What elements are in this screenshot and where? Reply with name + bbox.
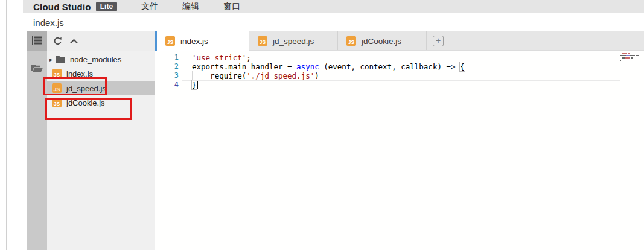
- app-logo: Cloud Studio: [33, 2, 91, 12]
- tab-bar: JS index.js JS jd_speed.js JS jdCookie.j…: [155, 31, 644, 51]
- workbench-body: ▸ node_modules JS index.js JS jd_speed.j…: [23, 31, 644, 250]
- line-number: 1: [155, 53, 182, 62]
- js-file-icon: JS: [346, 36, 356, 46]
- line-number-gutter: 1 2 3 4: [155, 51, 182, 250]
- tab-label: jd_speed.js: [273, 37, 314, 46]
- annotation-box-jdcookie: [45, 98, 132, 120]
- new-tab-button[interactable]: +: [433, 36, 444, 46]
- menu-edit[interactable]: 编辑: [182, 1, 199, 12]
- matched-bracket: {: [459, 62, 465, 72]
- minimap-line: [620, 53, 640, 54]
- tree-item-node-modules[interactable]: ▸ node_modules: [47, 52, 155, 66]
- text-cursor: [197, 81, 199, 89]
- code-line-2: exports.main_handler = async (event, con…: [182, 62, 644, 71]
- menu-window[interactable]: 窗口: [223, 1, 240, 12]
- menu-file[interactable]: 文件: [141, 1, 158, 12]
- minimap-line: [620, 60, 640, 61]
- breadcrumb-filename[interactable]: index.js: [33, 18, 64, 28]
- minimap[interactable]: [620, 53, 640, 62]
- line-number: 3: [155, 71, 182, 80]
- tab-jdcookie-js[interactable]: JS jdCookie.js: [338, 31, 427, 51]
- editor-group: JS index.js JS jd_speed.js JS jdCookie.j…: [155, 31, 644, 250]
- code-token: 'use strict': [192, 53, 246, 62]
- list-tree-icon: [32, 36, 42, 47]
- chevron-right-icon[interactable]: ▸: [49, 56, 56, 63]
- lite-badge: Lite: [96, 2, 117, 11]
- indent-guide: [192, 71, 193, 80]
- cloud-studio-app: Cloud Studio Lite 文件 编辑 窗口 index.js: [23, 0, 644, 250]
- tab-jd-speed-js[interactable]: JS jd_speed.js: [249, 31, 338, 51]
- menu-bar: Cloud Studio Lite 文件 编辑 窗口: [23, 0, 644, 13]
- js-file-icon: JS: [258, 36, 267, 46]
- code-token: './jd_speed.js': [246, 71, 314, 80]
- code-line-3: require('./jd_speed.js'): [182, 71, 644, 80]
- code-area[interactable]: 'use strict'; exports.main_handler = asy…: [182, 51, 644, 250]
- new-tab-wrap: +: [433, 31, 444, 51]
- code-token: require(: [192, 71, 246, 80]
- refresh-icon[interactable]: [53, 37, 62, 46]
- code-line-1: 'use strict';: [182, 53, 644, 62]
- file-explorer: ▸ node_modules JS index.js JS jd_speed.j…: [47, 31, 155, 250]
- line-number: 2: [155, 62, 182, 71]
- tab-index-js[interactable]: JS index.js: [157, 31, 249, 51]
- collapse-all-icon[interactable]: [70, 39, 78, 44]
- tab-label: jdCookie.js: [362, 37, 401, 46]
- open-folder-button[interactable]: [27, 62, 47, 77]
- tree-item-label: node_modules: [70, 55, 121, 64]
- code-editor[interactable]: 1 2 3 4 'use strict'; exports.main_handl…: [155, 51, 644, 250]
- code-token: async: [296, 62, 319, 71]
- code-token: ): [314, 71, 319, 80]
- screenshot-page: Cloud Studio Lite 文件 编辑 窗口 index.js: [0, 0, 644, 250]
- open-folder-icon: [31, 64, 43, 75]
- matched-bracket: }: [191, 80, 197, 90]
- explorer-toolbar: [47, 31, 155, 51]
- annotation-box-jd-speed: [43, 77, 107, 95]
- activity-bar: [27, 31, 47, 250]
- code-token: (event, context, callback) =>: [319, 62, 460, 71]
- folder-icon: [56, 56, 65, 63]
- page-left-divider: [6, 0, 7, 250]
- js-file-icon: JS: [165, 36, 175, 46]
- line-number-active: 4: [155, 80, 182, 89]
- sidebar-resize-sash[interactable]: [155, 31, 157, 51]
- minimap-line: [620, 55, 640, 56]
- breadcrumb: index.js: [23, 13, 644, 31]
- code-line-4: }: [182, 80, 644, 89]
- tab-label: index.js: [180, 37, 208, 46]
- explorer-view-button[interactable]: [27, 31, 47, 51]
- minimap-line: [620, 57, 640, 59]
- code-token: ;: [246, 53, 251, 62]
- code-token: exports.main_handler =: [192, 62, 296, 71]
